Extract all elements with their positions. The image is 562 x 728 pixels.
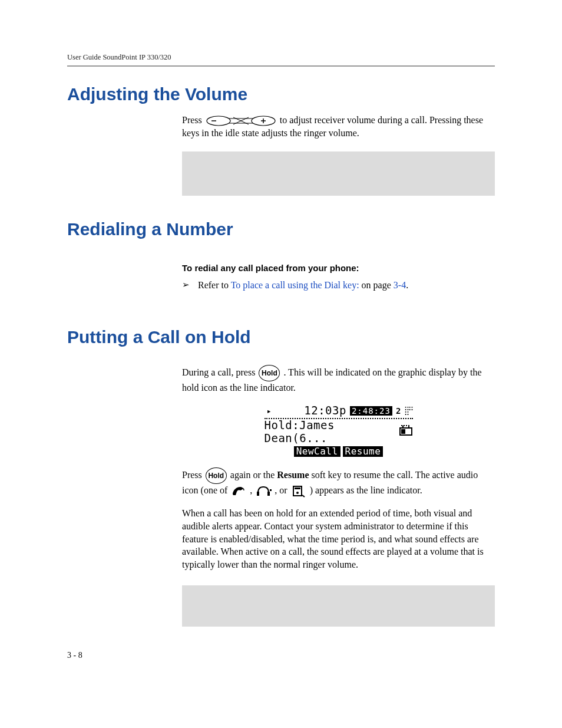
- lcd-grid-icon: ∷∷∷: [405, 406, 413, 416]
- hold-paragraph-1: During a call, press Hold . This will be…: [182, 365, 495, 394]
- svg-rect-15: [267, 492, 270, 496]
- note-placeholder-box: [182, 151, 495, 196]
- bullet-arrow-icon: ➢: [182, 279, 190, 291]
- running-header: User Guide SoundPoint IP 330/320: [67, 53, 495, 62]
- page-number: 3 - 8: [67, 651, 82, 660]
- lcd-hold-caller-text: Hold:James Dean(6...: [265, 419, 399, 445]
- text-fragment: During a call, press: [182, 367, 257, 377]
- hold-button-icon: Hold: [259, 365, 280, 381]
- svg-rect-14: [257, 492, 259, 496]
- svg-rect-16: [270, 489, 272, 491]
- text-fragment: , or: [275, 485, 289, 495]
- lcd-softkey-newcall: NewCall: [294, 446, 340, 457]
- text-fragment: Press: [182, 115, 204, 125]
- redial-subhead: To redial any call placed from your phon…: [182, 263, 495, 273]
- page-ref-link[interactable]: 3-4: [394, 280, 406, 290]
- heading-redialing: Redialing a Number: [67, 219, 495, 239]
- lcd-softkey-resume: Resume: [343, 446, 384, 457]
- heading-putting-on-hold: Putting a Call on Hold: [67, 327, 495, 347]
- speaker-icon: [290, 485, 308, 498]
- lcd-display-figure: ▸ 12:03p 2:48:23 2 ∷∷∷ Hold:James Dean(6…: [182, 404, 495, 457]
- text-fragment: .: [406, 280, 408, 290]
- hold-paragraph-2: Press Hold again or the Resume soft key …: [182, 467, 495, 498]
- text-fragment: ,: [250, 485, 254, 495]
- text-fragment: on page: [359, 280, 394, 290]
- lcd-hold-indicator-icon: [399, 424, 413, 439]
- svg-rect-18: [295, 487, 300, 489]
- lcd-clock-time: 12:03p: [304, 404, 346, 417]
- lcd-line-number: 2: [396, 406, 401, 416]
- handset-icon: [230, 485, 247, 498]
- hold-button-icon: Hold: [206, 467, 227, 484]
- heading-adjusting-volume: Adjusting the Volume: [67, 84, 495, 104]
- dial-key-link[interactable]: To place a call using the Dial key:: [231, 280, 359, 290]
- hold-paragraph-3: When a call has been on hold for an exte…: [182, 507, 495, 571]
- lcd-flag-icon: ▸: [267, 406, 272, 416]
- adjusting-volume-paragraph: Press to adjust receiver volume during a…: [182, 114, 495, 140]
- note-placeholder-box: [182, 585, 495, 627]
- text-fragment: Refer to: [198, 280, 231, 290]
- redial-bullet: ➢ Refer to To place a call using the Dia…: [182, 279, 495, 292]
- svg-point-0: [207, 116, 230, 126]
- headset-icon: [254, 485, 272, 498]
- volume-rocker-icon: [206, 115, 276, 127]
- svg-line-20: [302, 495, 305, 497]
- text-fragment: Press: [182, 470, 204, 480]
- redial-bullet-text: Refer to To place a call using the Dial …: [198, 279, 408, 292]
- header-rule: [67, 65, 495, 67]
- svg-rect-10: [401, 429, 405, 434]
- text-fragment: again or the: [230, 470, 277, 480]
- svg-point-19: [296, 492, 299, 494]
- text-fragment: ) appears as the line indicator.: [310, 485, 422, 495]
- lcd-call-timer: 2:48:23: [350, 406, 392, 416]
- resume-bold: Resume: [277, 470, 309, 480]
